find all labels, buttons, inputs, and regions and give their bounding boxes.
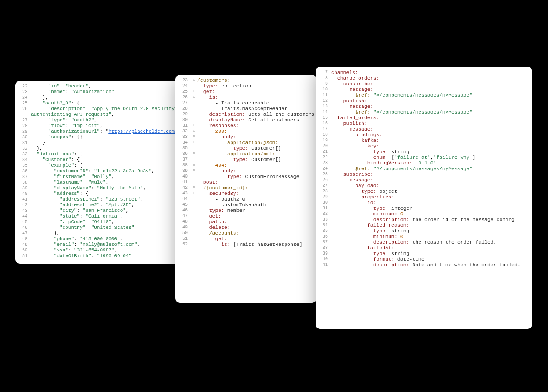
code-line[interactable]: 8 charge_orders: (316, 75, 532, 81)
code-line[interactable]: 51 get: (175, 236, 316, 241)
code-line-content[interactable]: type: Customer[] (197, 146, 316, 151)
code-line-content[interactable]: publish: (331, 121, 532, 126)
code-panel-asyncapi[interactable]: 7channels:8 charge_orders:9 subscribe:10… (316, 67, 532, 329)
code-line-content[interactable]: "flow": "implicit", (31, 124, 195, 128)
fold-toggle-icon[interactable]: ⊟ (191, 78, 197, 82)
code-editor[interactable]: 23⊟/customers:24 type: collection25⊟ get… (175, 75, 316, 251)
code-line[interactable]: 42⊟ /{customer_id}: (175, 185, 316, 191)
code-line[interactable]: authenticating API requests", (15, 112, 195, 117)
code-line[interactable]: 32 minimum: 0 (316, 211, 532, 217)
code-line[interactable]: 29 properties: (316, 194, 532, 200)
code-line-content[interactable]: description: the order id of the message… (331, 217, 532, 222)
code-line[interactable]: 28 type: object (316, 188, 532, 194)
code-line-content[interactable]: is: (197, 95, 316, 100)
code-line[interactable]: 47 get: (175, 213, 316, 219)
code-line-content[interactable]: bindingVersion: '0.1.0' (331, 161, 532, 166)
code-line[interactable]: 24 $ref: "#/components/messages/myMessag… (316, 166, 532, 171)
code-line[interactable]: 27 payload: (316, 183, 532, 188)
code-line[interactable]: 33 "definitions": { (15, 151, 195, 157)
code-line[interactable]: 51 "dateOfBirth": "1990-09-04" (15, 253, 195, 259)
fold-toggle-icon[interactable]: ⊟ (191, 129, 197, 133)
code-line-content[interactable]: }, (31, 231, 195, 236)
code-line-content[interactable]: authenticating API requests", (31, 112, 195, 117)
code-line-content[interactable]: "dateOfBirth": "1990-09-04" (31, 254, 195, 258)
code-line[interactable]: 48 patch: (175, 219, 316, 224)
code-line-content[interactable]: message: (331, 104, 532, 109)
code-line-content[interactable]: type: object (331, 189, 532, 194)
code-line[interactable]: 30 "scopes": {} (15, 134, 195, 140)
code-line[interactable]: 24 type: collection (175, 83, 316, 89)
code-line[interactable]: 25⊟ get: (175, 89, 316, 94)
code-line[interactable]: 35 type: string (316, 228, 532, 234)
code-line[interactable]: 43⊟ securedBy: (175, 191, 316, 196)
code-line-content[interactable]: - oauth2_0 (197, 197, 316, 202)
code-line-content[interactable]: subscribe: (331, 172, 532, 177)
code-line-content[interactable]: "address": { (31, 191, 195, 196)
code-line-content[interactable]: get: (197, 89, 316, 94)
code-line-content[interactable]: failed_orders: (331, 115, 532, 121)
code-line[interactable]: 25 subscribe: (316, 171, 532, 177)
code-line[interactable]: 34 failed_reason: (316, 222, 532, 228)
code-line[interactable]: 16 publish: (316, 121, 532, 126)
code-line-content[interactable]: $ref: "#/components/messages/myMessage" (331, 93, 532, 98)
code-line-content[interactable]: failed_reason: (331, 223, 532, 228)
code-line[interactable]: 36⊟ application/xml: (175, 151, 316, 157)
code-line[interactable]: 49 delete: (175, 224, 316, 230)
code-line-content[interactable]: securedBy: (197, 191, 316, 196)
code-line-content[interactable]: properties: (331, 194, 532, 200)
code-line-content[interactable]: } (31, 141, 195, 145)
code-line-content[interactable]: $ref: "#/components/messages/myMessage" (331, 166, 532, 171)
code-line-content[interactable]: delete: (197, 225, 316, 230)
code-line[interactable]: 26⊟ is: (175, 94, 316, 100)
code-line[interactable]: 39 "displayName": "Molly the Mule", (15, 185, 195, 191)
code-line-content[interactable]: 200: (197, 129, 316, 134)
code-line-content[interactable]: message: (331, 178, 532, 183)
code-line-content[interactable]: /accounts: (197, 231, 316, 236)
code-line[interactable]: 48 "phone": "415-000-0000", (15, 236, 195, 242)
code-line[interactable]: 15 failed_orders: (316, 115, 532, 121)
code-line-content[interactable]: "type": "oauth2", (31, 118, 195, 123)
code-line[interactable]: 33⊟ body: (175, 134, 316, 140)
code-line-content[interactable]: message: (331, 87, 532, 92)
code-line-content[interactable]: "ssn": "321-654-0987", (31, 248, 195, 253)
code-line[interactable]: 37 "firstName": "Molly", (15, 174, 195, 180)
code-line[interactable]: 38 "lastName": "Mule", (15, 180, 195, 185)
code-line[interactable]: 7channels: (316, 70, 532, 75)
code-line[interactable]: 12 publish: (316, 98, 532, 104)
code-line-content[interactable]: responses: (197, 123, 316, 128)
code-line-content[interactable]: description: Date and time when the orde… (331, 262, 532, 268)
code-line-content[interactable]: channels: (331, 70, 532, 75)
code-line[interactable]: 36 "customerID": "1fe1c22s-3d3a-9n3v", (15, 168, 195, 174)
code-line[interactable]: 43 "city": "San Francisco", (15, 208, 195, 214)
code-line[interactable]: 46 type: member (175, 208, 316, 213)
code-line-content[interactable]: patch: (197, 219, 316, 224)
code-line[interactable]: 47 }, (15, 231, 195, 236)
code-line-content[interactable]: - Traits.cacheable (197, 101, 316, 106)
code-line[interactable]: 41 "addressLine1": "123 Street", (15, 197, 195, 202)
code-line-content[interactable]: "in": "header", (31, 84, 195, 89)
code-line[interactable]: 36 minimum: 0 (316, 234, 532, 239)
code-line[interactable]: 23 bindingVersion: '0.1.0' (316, 160, 532, 166)
code-line-content[interactable]: "definitions": { (31, 152, 195, 157)
code-line-content[interactable]: /customers: (197, 78, 316, 83)
code-line[interactable]: 39⊟ body: (175, 168, 316, 174)
code-line-content[interactable]: "authorizationUrl": "https://placeholder… (31, 129, 195, 134)
code-line[interactable]: 33 description: the order id of the mess… (316, 217, 532, 222)
code-line-content[interactable]: get: (197, 236, 316, 241)
code-line[interactable]: 31⊟ responses: (175, 123, 316, 128)
code-line-content[interactable]: - customTokenAuth (197, 202, 316, 208)
code-line[interactable]: 52 is: [Traits.hasGetResponse] (175, 241, 316, 247)
code-line[interactable]: 31 type: integer (316, 205, 532, 211)
code-line-content[interactable]: "description": "Apply the OAuth 2.0 secu… (31, 107, 195, 111)
code-line-content[interactable]: displayName: Get all customers (197, 117, 316, 123)
fold-toggle-icon[interactable]: ⊟ (191, 124, 197, 127)
code-line[interactable]: 24 }, (15, 95, 195, 101)
code-line-content[interactable]: $ref: "#/components/messages/myMessage" (331, 110, 532, 115)
code-line-content[interactable]: description: Gets all the customers (197, 112, 316, 117)
code-line-content[interactable]: kafka: (331, 138, 532, 143)
code-line-content[interactable]: "example": { (31, 163, 195, 168)
code-line[interactable]: 27 "type": "oauth2", (15, 117, 195, 123)
code-line-content[interactable]: failedAt: (331, 245, 532, 251)
code-line-content[interactable]: "zipCode": "94110", (31, 220, 195, 224)
code-line[interactable]: 38⊟ 404: (175, 162, 316, 168)
